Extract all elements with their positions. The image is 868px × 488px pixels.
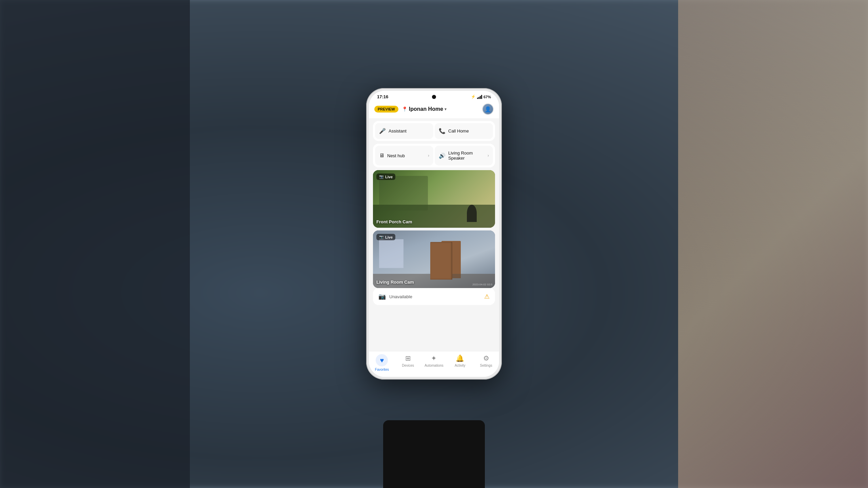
call-home-label: Call Home xyxy=(448,128,469,134)
assistant-button[interactable]: 🎤 Assistant xyxy=(375,123,433,139)
door xyxy=(441,241,461,279)
live-badge-front: 📷 Live xyxy=(376,174,395,180)
user-avatar[interactable]: 👤 xyxy=(482,103,494,115)
bottom-spacer xyxy=(369,308,499,310)
bg-right xyxy=(678,0,868,488)
home-name: Iponan Home xyxy=(409,106,443,112)
battery-text: 67% xyxy=(484,95,491,99)
person-figure xyxy=(467,205,477,222)
nav-settings[interactable]: ⚙ Settings xyxy=(473,354,499,371)
signal-bars xyxy=(477,95,482,99)
bg-left xyxy=(0,0,190,488)
location-icon: 📍 xyxy=(402,106,408,112)
devices-icon: ⊞ xyxy=(405,354,411,362)
speaker-icon: 🔊 xyxy=(439,152,446,159)
device-row: 🖥 Nest hub › 🔊 Living Room Speaker › xyxy=(373,144,495,167)
unavailable-card[interactable]: 📷 Unavailable ⚠ xyxy=(373,288,495,305)
living-room-cam-card[interactable]: 📷 Live Living Room Cam 2023-04-02 02:0 xyxy=(373,230,495,288)
nav-favorites[interactable]: ♥ Favorites xyxy=(369,354,395,371)
phone-frame: 17:16 ⚡ 67% PREVIEW 📍 Iponan Home xyxy=(366,88,502,380)
automations-icon: ✦ xyxy=(431,354,437,362)
camera-icon-small-2: 📷 xyxy=(379,235,384,239)
call-home-button[interactable]: 📞 Call Home xyxy=(435,123,493,139)
camera-icon-small: 📷 xyxy=(379,175,384,179)
home-selector[interactable]: 📍 Iponan Home ▾ xyxy=(402,106,479,112)
nest-hub-label: Nest hub xyxy=(387,153,425,158)
living-room-speaker-card[interactable]: 🔊 Living Room Speaker › xyxy=(435,146,493,165)
live-badge-living: 📷 Live xyxy=(376,234,395,240)
window xyxy=(379,239,403,268)
activity-label: Activity xyxy=(455,364,466,367)
automations-label: Automations xyxy=(425,364,443,367)
canopy xyxy=(379,176,428,210)
app-header: PREVIEW 📍 Iponan Home ▾ 👤 xyxy=(369,101,499,118)
front-porch-feed: 📷 Live Front Porch Cam xyxy=(373,170,495,228)
bluetooth-icon: ⚡ xyxy=(471,95,476,99)
phone-icon: 📞 xyxy=(439,128,446,134)
nav-automations[interactable]: ✦ Automations xyxy=(421,354,447,371)
live-text-living: Live xyxy=(385,235,393,239)
bottom-nav: ♥ Favorites ⊞ Devices ✦ Automations 🔔 Ac… xyxy=(369,351,499,377)
living-room-label: Living Room Cam xyxy=(376,280,414,285)
front-porch-label: Front Porch Cam xyxy=(376,219,412,224)
status-icons: ⚡ 67% xyxy=(471,95,491,99)
arrow-right-icon: › xyxy=(428,153,429,158)
camera-feeds: 📷 Live Front Porch Cam xyxy=(373,170,495,288)
living-room-feed: 📷 Live Living Room Cam 2023-04-02 02:0 xyxy=(373,230,495,288)
front-porch-cam-card[interactable]: 📷 Live Front Porch Cam xyxy=(373,170,495,228)
front-camera xyxy=(432,95,436,99)
status-time: 17:16 xyxy=(377,94,388,99)
warning-icon: ⚠ xyxy=(484,293,490,300)
nest-hub-card[interactable]: 🖥 Nest hub › xyxy=(375,146,433,165)
live-text-front: Live xyxy=(385,175,393,179)
favorites-label: Favorites xyxy=(375,368,389,371)
favorites-active-bg: ♥ xyxy=(376,354,388,366)
app-content: PREVIEW 📍 Iponan Home ▾ 👤 🎤 Assistant 📞 xyxy=(369,101,499,351)
gear-icon: ⚙ xyxy=(483,354,489,362)
speaker-label: Living Room Speaker xyxy=(448,150,485,161)
unavailable-cam-icon: 📷 xyxy=(378,293,386,300)
preview-badge: PREVIEW xyxy=(374,106,398,113)
phone-screen: 17:16 ⚡ 67% PREVIEW 📍 Iponan Home xyxy=(369,91,499,377)
bell-icon: 🔔 xyxy=(456,354,464,362)
heart-icon: ♥ xyxy=(380,357,384,364)
unavailable-label: Unavailable xyxy=(389,294,481,299)
phone-dock xyxy=(383,420,485,488)
nav-devices[interactable]: ⊞ Devices xyxy=(395,354,421,371)
nav-activity[interactable]: 🔔 Activity xyxy=(447,354,473,371)
settings-label: Settings xyxy=(480,364,492,367)
quick-actions-container: 🎤 Assistant 📞 Call Home xyxy=(373,121,495,141)
microphone-icon: 🎤 xyxy=(379,128,386,134)
assistant-label: Assistant xyxy=(389,128,407,134)
devices-label: Devices xyxy=(402,364,414,367)
display-icon: 🖥 xyxy=(379,152,384,159)
chevron-down-icon: ▾ xyxy=(445,107,447,111)
timestamp-living: 2023-04-02 02:0 xyxy=(472,283,492,286)
arrow-right-icon-2: › xyxy=(488,153,489,158)
